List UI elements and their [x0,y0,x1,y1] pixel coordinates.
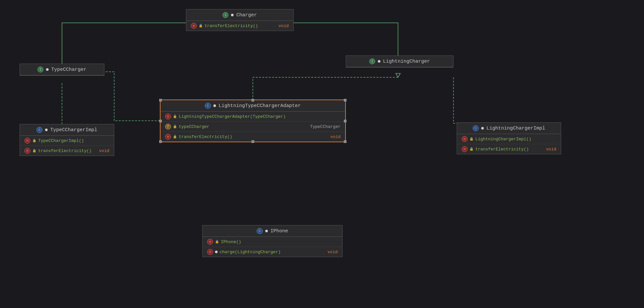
ltcca-dot [213,104,216,107]
box-lightningcharger-header: I LightningCharger [346,56,453,67]
lci-row-0: m 🔒 LightningChargerImpl() [457,134,561,144]
iphone-m1: m [207,249,213,255]
iphone-lock-0: 🔒 [215,240,219,244]
iphone-dot-1 [215,251,218,253]
tcc-title: TypeCCharger [51,67,86,72]
ltcca-m-badge-2: m [165,134,171,140]
box-typeccharger[interactable]: I TypeCCharger [20,64,104,76]
iphone-void-1: void [328,250,338,254]
tcci-badge-c: C [37,127,42,133]
handle-ml [159,120,162,122]
ltcca-lock-2: 🔒 [173,135,177,139]
iphone-row-0: m 🔒 IPhone() [203,237,342,247]
lci-title: LightningChargerImpl [486,126,545,131]
lci-method-1: transferElectricity() [475,147,529,152]
ltcca-f-badge: f [165,124,171,130]
charger-dot [231,14,234,16]
box-typecchargerimpl[interactable]: C TypeCChargerImpl m 🔒 TypeCChargerImpl(… [20,124,114,156]
tcci-header: C TypeCChargerImpl [20,124,114,136]
charger-method: transferElectricity() [205,23,258,28]
charger-void: void [279,23,289,28]
tcci-lock-1: 🔒 [32,149,36,153]
handle-bl [159,140,162,143]
box-ltcca[interactable]: C LightningTypeCChargerAdapter m 🔒 Light… [160,100,346,142]
tcci-dot [45,129,48,131]
ltcca-m-badge-0: m [165,114,171,119]
tcc-badge-i: I [38,67,43,72]
iphone-dot [265,230,268,232]
charger-row-0: m 🔒 transferElectricity() void [186,21,293,31]
lci-header: C LightningChargerImpl [457,123,561,134]
tcci-m0: m [24,138,30,144]
ltcca-field-type: TypeCCharger [310,124,341,129]
ltcca-title: LightningTypeCChargerAdapter [219,103,301,109]
tcci-lock-0: 🔒 [32,139,36,143]
box-charger[interactable]: I Charger m 🔒 transferElectricity() void [186,9,294,31]
lc-badge-i: I [369,58,375,64]
lci-m0: m [462,136,468,142]
box-lci[interactable]: C LightningChargerImpl m 🔒 LightningChar… [457,122,561,154]
lci-lock-1: 🔒 [469,147,473,151]
charger-title: Charger [236,12,257,18]
ltcca-badge-c: C [205,103,211,109]
lci-method-0: LightningChargerImpl() [475,137,531,142]
charger-m-badge: m [191,23,197,29]
ltcca-lock-1: 🔒 [173,125,177,129]
iphone-badge-c: C [257,228,263,234]
tcci-void-1: void [99,148,109,153]
svg-marker-4 [396,73,400,77]
box-ltcca-header: C LightningTypeCChargerAdapter [161,100,345,112]
diagram-canvas: I Charger m 🔒 transferElectricity() void… [0,0,644,308]
handle-tr [344,99,346,101]
ltcca-method-2: transferElectricity() [179,134,232,139]
lci-dot [481,127,484,130]
iphone-header: C IPhone [203,225,342,237]
tcc-dot [46,68,49,71]
tcci-row-1: m 🔒 transferElectricity() void [20,146,114,156]
charger-badge-i: I [222,12,228,18]
iphone-method-1: charge(LightningCharger) [220,250,281,254]
lci-void-1: void [546,147,556,152]
ltcca-row-1: f 🔒 typeCCharger TypeCCharger [161,122,345,132]
handle-tc [252,99,254,101]
tcci-method-0: TypeCChargerImpl() [38,138,84,143]
lci-lock-0: 🔒 [469,137,473,141]
iphone-row-1: m charge(LightningCharger) void [203,247,342,257]
ltcca-field: typeCCharger [179,124,209,129]
ltcca-method-0: LightningTypeCChargerAdapter(TypeCCharge… [179,114,286,119]
tcci-title: TypeCChargerImpl [50,127,97,133]
handle-mr [344,120,346,122]
box-typeccharger-header: I TypeCCharger [20,64,104,75]
lci-row-1: m 🔒 transferElectricity() void [457,144,561,154]
lci-m1: m [462,146,468,152]
iphone-m0: m [207,239,213,245]
box-charger-header: I Charger [186,9,293,21]
ltcca-lock-0: 🔒 [173,115,177,118]
handle-tl [159,99,162,101]
tcci-m1: m [24,148,30,154]
lc-title: LightningCharger [383,59,430,64]
tcci-row-0: m 🔒 TypeCChargerImpl() [20,136,114,146]
iphone-method-0: IPhone() [221,239,241,244]
lci-badge-c: C [473,125,479,131]
charger-lock: 🔒 [199,24,203,28]
handle-br [344,140,346,143]
ltcca-void-2: void [330,134,341,139]
lc-dot [378,60,380,63]
ltcca-row-0: m 🔒 LightningTypeCChargerAdapter(TypeCCh… [161,112,345,122]
box-iphone[interactable]: C IPhone m 🔒 IPhone() m charge(Lightning… [202,225,343,257]
box-lightningcharger[interactable]: I LightningCharger [346,55,453,68]
tcci-method-1: transferElectricity() [38,148,92,153]
handle-bc [252,140,254,143]
iphone-title: IPhone [270,228,288,234]
